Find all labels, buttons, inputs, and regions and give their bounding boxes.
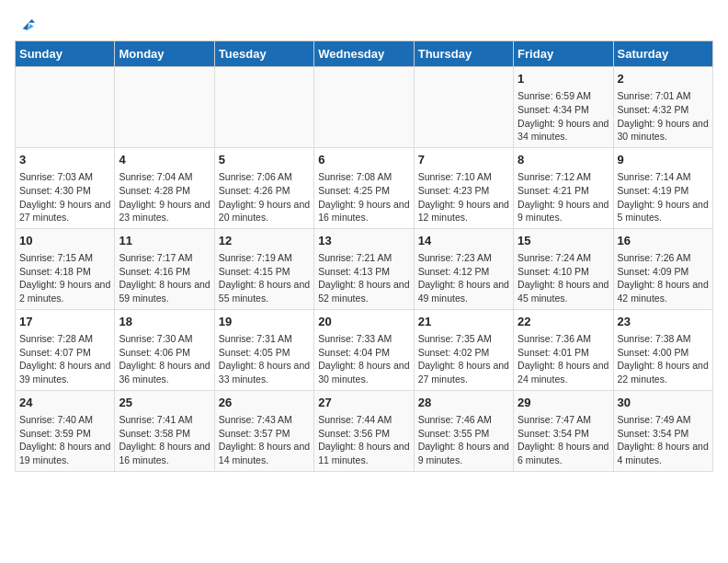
day-number: 17: [19, 314, 110, 330]
day-info: Sunrise: 7:44 AM Sunset: 3:56 PM Dayligh…: [318, 413, 409, 467]
week-row-1: 3Sunrise: 7:03 AM Sunset: 4:30 PM Daylig…: [16, 147, 713, 228]
calendar-cell: [115, 67, 214, 148]
day-info: Sunrise: 7:23 AM Sunset: 4:12 PM Dayligh…: [418, 251, 509, 305]
calendar-cell: [414, 67, 513, 148]
calendar-cell: 23Sunrise: 7:38 AM Sunset: 4:00 PM Dayli…: [613, 309, 712, 390]
calendar-cell: 20Sunrise: 7:33 AM Sunset: 4:04 PM Dayli…: [314, 309, 414, 390]
calendar-header: SundayMondayTuesdayWednesdayThursdayFrid…: [16, 41, 713, 67]
calendar-cell: 13Sunrise: 7:21 AM Sunset: 4:13 PM Dayli…: [314, 228, 414, 309]
calendar-cell: 17Sunrise: 7:28 AM Sunset: 4:07 PM Dayli…: [16, 309, 115, 390]
header-friday: Friday: [514, 41, 613, 67]
day-number: 8: [518, 152, 609, 168]
calendar-cell: 29Sunrise: 7:47 AM Sunset: 3:54 PM Dayli…: [514, 390, 613, 471]
day-info: Sunrise: 7:35 AM Sunset: 4:02 PM Dayligh…: [418, 332, 509, 386]
day-info: Sunrise: 6:59 AM Sunset: 4:34 PM Dayligh…: [518, 89, 609, 144]
day-info: Sunrise: 7:36 AM Sunset: 4:01 PM Dayligh…: [518, 332, 609, 386]
calendar-cell: 26Sunrise: 7:43 AM Sunset: 3:57 PM Dayli…: [214, 390, 313, 471]
day-info: Sunrise: 7:17 AM Sunset: 4:16 PM Dayligh…: [119, 251, 210, 305]
calendar-cell: 1Sunrise: 6:59 AM Sunset: 4:34 PM Daylig…: [514, 67, 613, 148]
header-monday: Monday: [115, 41, 214, 67]
day-info: Sunrise: 7:24 AM Sunset: 4:10 PM Dayligh…: [518, 251, 609, 305]
calendar-cell: 12Sunrise: 7:19 AM Sunset: 4:15 PM Dayli…: [214, 228, 313, 309]
calendar-cell: 3Sunrise: 7:03 AM Sunset: 4:30 PM Daylig…: [16, 147, 115, 228]
day-info: Sunrise: 7:33 AM Sunset: 4:04 PM Dayligh…: [318, 332, 409, 386]
week-row-3: 17Sunrise: 7:28 AM Sunset: 4:07 PM Dayli…: [16, 309, 713, 390]
day-info: Sunrise: 7:43 AM Sunset: 3:57 PM Dayligh…: [219, 413, 310, 467]
day-info: Sunrise: 7:08 AM Sunset: 4:25 PM Dayligh…: [318, 170, 409, 224]
header-sunday: Sunday: [16, 41, 115, 67]
day-number: 26: [219, 395, 310, 411]
day-number: 29: [518, 395, 609, 411]
day-number: 14: [418, 233, 509, 249]
calendar-cell: 7Sunrise: 7:10 AM Sunset: 4:23 PM Daylig…: [414, 147, 513, 228]
calendar-cell: 28Sunrise: 7:46 AM Sunset: 3:55 PM Dayli…: [414, 390, 513, 471]
week-row-4: 24Sunrise: 7:40 AM Sunset: 3:59 PM Dayli…: [16, 390, 713, 471]
week-row-0: 1Sunrise: 6:59 AM Sunset: 4:34 PM Daylig…: [16, 67, 713, 148]
day-number: 22: [518, 314, 609, 330]
day-info: Sunrise: 7:30 AM Sunset: 4:06 PM Dayligh…: [119, 332, 210, 386]
day-number: 16: [618, 233, 709, 249]
day-info: Sunrise: 7:41 AM Sunset: 3:58 PM Dayligh…: [119, 413, 210, 467]
logo: [15, 15, 35, 33]
calendar-cell: 6Sunrise: 7:08 AM Sunset: 4:25 PM Daylig…: [314, 147, 414, 228]
day-number: 23: [618, 314, 709, 330]
header-row: SundayMondayTuesdayWednesdayThursdayFrid…: [16, 41, 713, 67]
day-number: 2: [618, 71, 709, 87]
calendar-cell: 16Sunrise: 7:26 AM Sunset: 4:09 PM Dayli…: [613, 228, 712, 309]
day-number: 28: [418, 395, 509, 411]
day-number: 27: [318, 395, 409, 411]
day-info: Sunrise: 7:49 AM Sunset: 3:54 PM Dayligh…: [618, 413, 709, 467]
day-info: Sunrise: 7:12 AM Sunset: 4:21 PM Dayligh…: [518, 170, 609, 224]
day-number: 5: [219, 152, 310, 168]
day-number: 6: [318, 152, 409, 168]
day-info: Sunrise: 7:21 AM Sunset: 4:13 PM Dayligh…: [318, 251, 409, 305]
calendar-cell: 30Sunrise: 7:49 AM Sunset: 3:54 PM Dayli…: [613, 390, 712, 471]
day-number: 1: [518, 71, 609, 87]
header-wednesday: Wednesday: [314, 41, 414, 67]
day-number: 11: [119, 233, 210, 249]
calendar-cell: 14Sunrise: 7:23 AM Sunset: 4:12 PM Dayli…: [414, 228, 513, 309]
week-row-2: 10Sunrise: 7:15 AM Sunset: 4:18 PM Dayli…: [16, 228, 713, 309]
calendar-cell: 22Sunrise: 7:36 AM Sunset: 4:01 PM Dayli…: [514, 309, 613, 390]
calendar-cell: 2Sunrise: 7:01 AM Sunset: 4:32 PM Daylig…: [613, 67, 712, 148]
header-thursday: Thursday: [414, 41, 513, 67]
logo-bird-icon: [17, 15, 35, 33]
day-info: Sunrise: 7:46 AM Sunset: 3:55 PM Dayligh…: [418, 413, 509, 467]
day-number: 24: [19, 395, 110, 411]
calendar-cell: [314, 67, 414, 148]
header-tuesday: Tuesday: [214, 41, 313, 67]
calendar-cell: 25Sunrise: 7:41 AM Sunset: 3:58 PM Dayli…: [115, 390, 214, 471]
day-number: 7: [418, 152, 509, 168]
day-info: Sunrise: 7:47 AM Sunset: 3:54 PM Dayligh…: [518, 413, 609, 467]
calendar-cell: 10Sunrise: 7:15 AM Sunset: 4:18 PM Dayli…: [16, 228, 115, 309]
day-info: Sunrise: 7:31 AM Sunset: 4:05 PM Dayligh…: [219, 332, 310, 386]
day-info: Sunrise: 7:19 AM Sunset: 4:15 PM Dayligh…: [219, 251, 310, 305]
calendar-cell: 21Sunrise: 7:35 AM Sunset: 4:02 PM Dayli…: [414, 309, 513, 390]
day-number: 10: [19, 233, 110, 249]
day-info: Sunrise: 7:03 AM Sunset: 4:30 PM Dayligh…: [19, 170, 110, 224]
calendar-cell: 4Sunrise: 7:04 AM Sunset: 4:28 PM Daylig…: [115, 147, 214, 228]
calendar-cell: 18Sunrise: 7:30 AM Sunset: 4:06 PM Dayli…: [115, 309, 214, 390]
page-header: [15, 15, 713, 33]
calendar-table: SundayMondayTuesdayWednesdayThursdayFrid…: [15, 40, 713, 472]
calendar-cell: [214, 67, 313, 148]
day-number: 12: [219, 233, 310, 249]
day-number: 9: [618, 152, 709, 168]
day-info: Sunrise: 7:10 AM Sunset: 4:23 PM Dayligh…: [418, 170, 509, 224]
day-number: 3: [19, 152, 110, 168]
day-number: 20: [318, 314, 409, 330]
day-number: 4: [119, 152, 210, 168]
day-info: Sunrise: 7:04 AM Sunset: 4:28 PM Dayligh…: [119, 170, 210, 224]
calendar-cell: 15Sunrise: 7:24 AM Sunset: 4:10 PM Dayli…: [514, 228, 613, 309]
header-saturday: Saturday: [613, 41, 712, 67]
day-number: 13: [318, 233, 409, 249]
day-number: 25: [119, 395, 210, 411]
calendar-cell: 24Sunrise: 7:40 AM Sunset: 3:59 PM Dayli…: [16, 390, 115, 471]
svg-marker-1: [28, 24, 34, 30]
calendar-cell: [16, 67, 115, 148]
calendar-cell: 9Sunrise: 7:14 AM Sunset: 4:19 PM Daylig…: [613, 147, 712, 228]
day-info: Sunrise: 7:14 AM Sunset: 4:19 PM Dayligh…: [618, 170, 709, 224]
calendar-cell: 27Sunrise: 7:44 AM Sunset: 3:56 PM Dayli…: [314, 390, 414, 471]
day-number: 21: [418, 314, 509, 330]
day-number: 15: [518, 233, 609, 249]
